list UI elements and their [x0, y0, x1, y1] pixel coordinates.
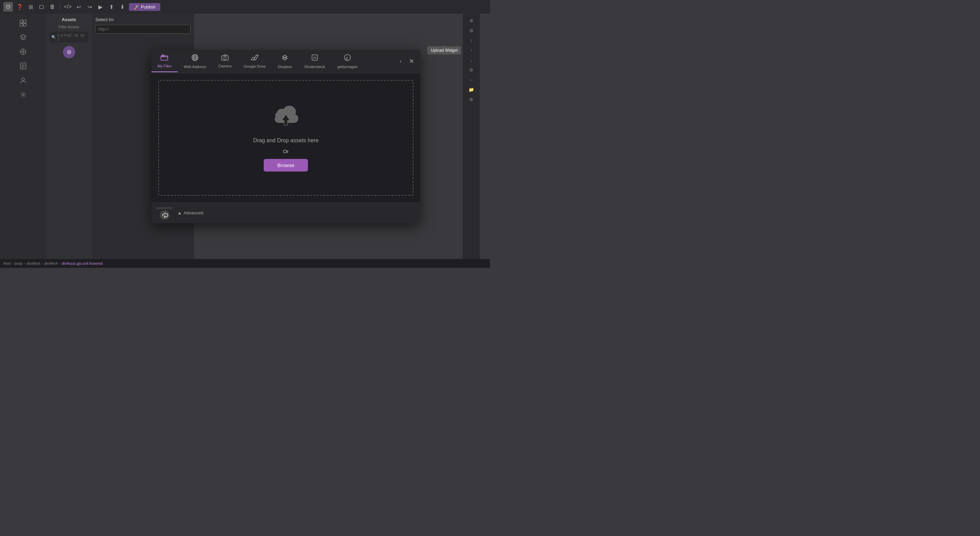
- redo-button[interactable]: ↪: [86, 3, 94, 11]
- tab-google-drive[interactable]: Google Drive: [237, 50, 272, 73]
- logo: G: [3, 2, 13, 11]
- svg-text:g: g: [346, 56, 348, 60]
- undo-button[interactable]: ↩: [75, 3, 83, 11]
- breadcrumb-div-lkv4[interactable]: div#lkv4: [44, 261, 58, 266]
- add-asset-button[interactable]: [63, 46, 75, 58]
- tab-gettyimages[interactable]: g gettyimages: [331, 50, 363, 73]
- publish-label: Publish: [141, 5, 156, 10]
- left-sidebar: [0, 14, 46, 259]
- google-drive-icon: [251, 54, 258, 63]
- play-button[interactable]: ▶: [96, 3, 105, 11]
- breadcrumb-arrow-1: ›: [12, 261, 13, 266]
- advanced-label: Advanced: [183, 210, 203, 215]
- shutterstock-label: Shutterstock: [304, 65, 325, 69]
- svg-point-21: [22, 78, 24, 81]
- web-address-label: Web Address: [184, 65, 206, 69]
- svg-marker-38: [282, 57, 287, 60]
- drop-text: Drag and Drop assets here: [253, 137, 318, 144]
- my-files-icon: [161, 54, 168, 62]
- fullscreen-button[interactable]: ⊞: [27, 3, 35, 11]
- powered-by-text: powered by: [157, 206, 173, 210]
- modal-footer: powered by ▲ Advanced: [151, 202, 420, 223]
- search-icon: 🔍: [51, 35, 56, 40]
- person-icon[interactable]: [17, 74, 29, 86]
- modal-overlay: Upload Widget My Files Web Address: [92, 14, 480, 259]
- code-button[interactable]: </>: [64, 3, 72, 11]
- web-address-icon: [191, 54, 199, 63]
- breadcrumb-body[interactable]: body: [14, 261, 22, 266]
- breadcrumb-div-iuus[interactable]: div#iuus.gjs-cell.hovered: [62, 261, 102, 266]
- top-toolbar: G ❓ ⊞ 🗑 </> ↩ ↪ ▶ ⬆ ⬇ 🚀 Publish: [0, 0, 490, 14]
- settings-icon[interactable]: [17, 89, 29, 101]
- svg-marker-13: [21, 35, 26, 38]
- svg-point-33: [224, 57, 226, 60]
- svg-text:G: G: [7, 5, 9, 9]
- drop-zone[interactable]: Drag and Drop assets here Or Browse: [158, 80, 414, 196]
- search-placeholder: e.g img2, bg, bg-2: [57, 33, 86, 41]
- publish-icon: 🚀: [134, 5, 139, 10]
- delete-button[interactable]: 🗑: [48, 3, 56, 11]
- powered-by: powered by: [157, 206, 173, 220]
- shutterstock-icon: [311, 54, 318, 63]
- dropbox-label: Dropbox: [278, 65, 292, 69]
- page-icon[interactable]: [17, 60, 29, 72]
- breadcrumb-div-i6v6[interactable]: div#i6v6: [27, 261, 40, 266]
- tabs-next-button[interactable]: ›: [396, 57, 405, 66]
- gettyimages-icon: g: [344, 54, 351, 63]
- advanced-button[interactable]: ▲ Advanced: [178, 210, 204, 215]
- assets-panel: Assets Filter Assets 🔍 e.g img2, bg, bg-…: [46, 14, 92, 259]
- cloud-upload-icon: [272, 104, 299, 133]
- download-button[interactable]: ⬇: [118, 3, 126, 11]
- tab-my-files[interactable]: My Files: [151, 50, 178, 72]
- camera-label: Camera: [218, 64, 231, 68]
- svg-rect-10: [24, 20, 26, 23]
- svg-rect-39: [312, 55, 318, 60]
- svg-rect-26: [162, 55, 164, 56]
- tab-camera[interactable]: Camera: [212, 50, 237, 72]
- breadcrumb: html › body › div#i6v6 › div#lkv4 › div#…: [0, 259, 490, 268]
- svg-rect-9: [20, 20, 23, 23]
- canvas-area: Select Im Upload Widget My Files: [92, 14, 480, 259]
- upload-widget-modal: My Files Web Address Camera: [151, 50, 420, 223]
- browse-button[interactable]: Browse: [264, 159, 308, 172]
- or-text: Or: [283, 148, 289, 154]
- breadcrumb-arrow-4: ›: [59, 261, 60, 266]
- upload-widget-tooltip: Upload Widget: [427, 46, 461, 54]
- breadcrumb-html[interactable]: html: [3, 261, 11, 266]
- svg-rect-2: [40, 5, 43, 8]
- svg-point-22: [22, 94, 24, 95]
- assets-filter-label: Filter Assets: [49, 25, 89, 29]
- modal-body: Drag and Drop assets here Or Browse: [151, 73, 420, 202]
- style-icon[interactable]: [17, 46, 29, 58]
- publish-button[interactable]: 🚀 Publish: [129, 3, 160, 11]
- layers-icon[interactable]: [17, 31, 29, 44]
- assets-search-box[interactable]: 🔍 e.g img2, bg, bg-2: [49, 32, 89, 43]
- gettyimages-label: gettyimages: [337, 65, 357, 69]
- chevron-up-icon: ▲: [178, 210, 182, 215]
- tab-shutterstock[interactable]: Shutterstock: [298, 50, 331, 73]
- google-drive-label: Google Drive: [243, 64, 266, 68]
- svg-rect-17: [21, 63, 26, 69]
- cloudinary-logo: [160, 210, 169, 220]
- separator-1: [60, 3, 60, 10]
- breadcrumb-arrow-3: ›: [41, 261, 43, 266]
- help-button[interactable]: ❓: [16, 3, 24, 11]
- breadcrumb-arrow-2: ›: [24, 261, 25, 266]
- my-files-label: My Files: [158, 64, 172, 68]
- assets-title: Assets: [49, 17, 89, 22]
- tab-web-address[interactable]: Web Address: [178, 50, 212, 73]
- dropbox-icon: [281, 54, 288, 63]
- modal-close-button[interactable]: ✕: [407, 57, 416, 66]
- components-icon[interactable]: [17, 17, 29, 29]
- modal-wrapper: Upload Widget My Files Web Address: [151, 50, 420, 223]
- svg-marker-37: [282, 55, 287, 58]
- svg-rect-25: [161, 56, 168, 60]
- svg-rect-11: [20, 24, 23, 26]
- maximize-button[interactable]: [37, 3, 46, 11]
- modal-tabs: My Files Web Address Camera: [151, 50, 420, 73]
- upload-button[interactable]: ⬆: [107, 3, 115, 11]
- svg-rect-12: [24, 24, 26, 26]
- tab-dropbox[interactable]: Dropbox: [272, 50, 298, 73]
- camera-icon: [221, 54, 229, 62]
